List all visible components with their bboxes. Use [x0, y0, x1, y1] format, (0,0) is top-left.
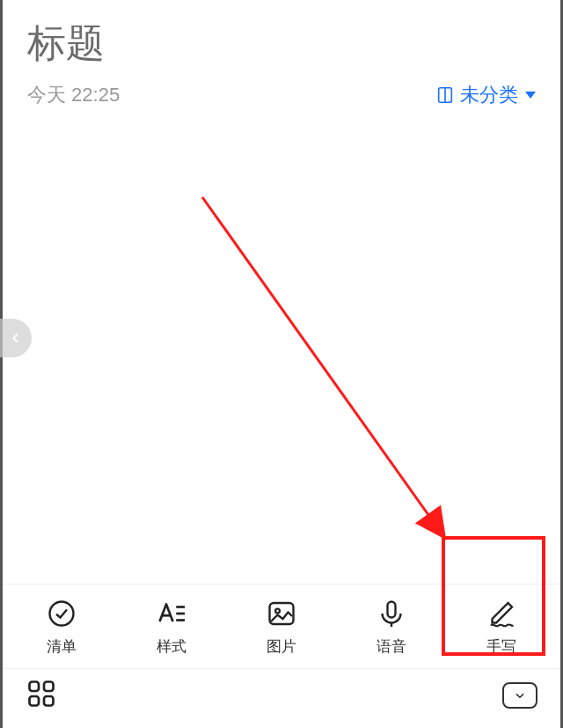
microphone-icon	[376, 598, 407, 629]
checklist-label: 清单	[47, 636, 77, 657]
svg-rect-9	[388, 602, 396, 618]
style-button[interactable]: 样式	[116, 592, 226, 662]
grid-menu-button[interactable]	[26, 678, 57, 713]
notebook-icon	[435, 85, 455, 105]
svg-rect-14	[44, 696, 54, 706]
note-editor-screen: 标题 今天 22:25 未分类	[0, 0, 563, 728]
side-handle[interactable]	[0, 319, 32, 357]
svg-rect-11	[30, 681, 40, 691]
image-icon	[266, 598, 297, 629]
svg-point-2	[49, 602, 73, 626]
svg-rect-13	[30, 696, 40, 706]
format-toolbar: 清单 样式 图片	[3, 584, 560, 668]
image-button[interactable]: 图片	[226, 592, 336, 662]
checklist-icon	[46, 598, 77, 629]
bottom-bar	[3, 668, 560, 728]
handwrite-icon	[486, 598, 517, 629]
image-label: 图片	[267, 636, 296, 657]
handwrite-button[interactable]: 手写	[447, 592, 557, 662]
meta-row: 今天 22:25 未分类	[27, 82, 536, 108]
category-label: 未分类	[460, 82, 518, 108]
voice-button[interactable]: 语音	[337, 592, 447, 662]
style-label: 样式	[157, 636, 186, 657]
voice-label: 语音	[377, 636, 406, 657]
svg-point-8	[275, 609, 280, 614]
checklist-button[interactable]: 清单	[6, 592, 116, 662]
timestamp-label: 今天 22:25	[27, 82, 120, 108]
handwrite-label: 手写	[486, 636, 516, 657]
category-picker[interactable]: 未分类	[435, 82, 536, 108]
style-icon	[156, 598, 187, 629]
title-input[interactable]: 标题	[27, 18, 536, 70]
svg-rect-12	[44, 681, 54, 691]
editor-content[interactable]: 标题 今天 22:25 未分类	[3, 0, 560, 584]
chevron-down-icon	[525, 92, 536, 99]
keyboard-toggle-button[interactable]	[502, 682, 537, 709]
